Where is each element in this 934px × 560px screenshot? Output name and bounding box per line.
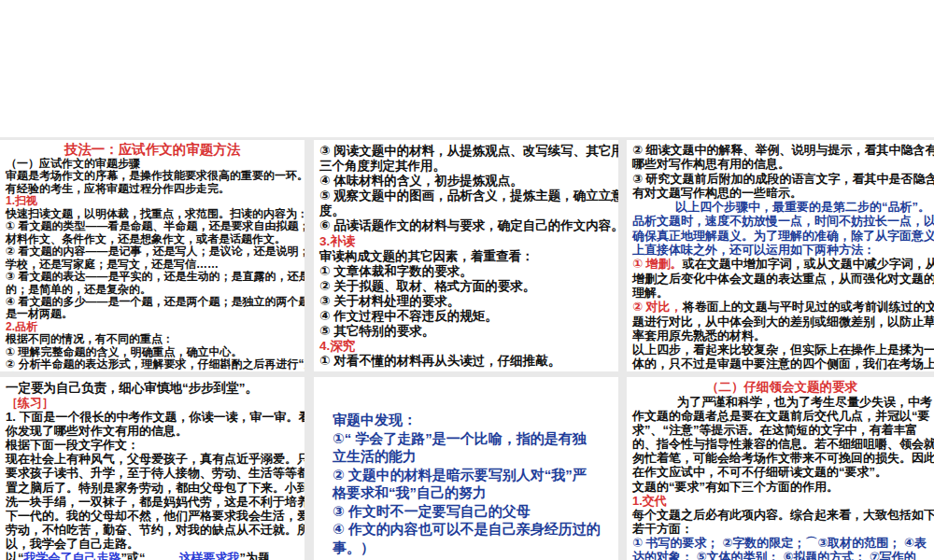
text-segment: 率套用原先熟悉的材料。 bbox=[632, 329, 766, 343]
text-line: ③ 作文时不一定要写自己的父母 bbox=[333, 502, 613, 521]
text-segment: ①“ 学会了走路”是一个比喻，指的是有独 bbox=[333, 430, 587, 446]
text-line: 2.品析 bbox=[6, 321, 299, 333]
text-segment: 确保真正地理解题义。为了理解的准确，除了从字面意义 bbox=[632, 229, 934, 243]
text-line: 率套用原先熟悉的材料。 bbox=[632, 329, 931, 343]
slide-card-row1-col1[interactable]: 技法一：应试作文的审题方法（一）应试作文的审题步骤审题是考场作文的序幕，是操作技… bbox=[0, 140, 304, 371]
text-segment: 下一代的。我的父母却不然，他们严格要求我会生活，爱 bbox=[6, 509, 304, 523]
text-line: 题进行对比，从中体会到大的差别或细微差别，以防止草 bbox=[632, 315, 931, 329]
text-segment: 要求孩子读书、升学，至于待人接物、劳动、生活等等都 bbox=[6, 466, 304, 480]
text-segment: 的、指令性与指导性兼容的信息。若不细细咀嚼、领会就 bbox=[632, 437, 934, 451]
text-segment: ① 书写的要求； ②字数的限定；⌒③取材的范围； ④表 bbox=[632, 536, 927, 550]
text-line: 你发现了哪些对作文有用的信息。 bbox=[6, 424, 299, 438]
slide-card-row1-col2[interactable]: ③ 阅读文题中的材料，从提炼观点、改写续写、其它用途三个角度判定其作用。④ 体味… bbox=[314, 140, 618, 371]
slide-card-row2-col2[interactable]: 审题中发现：①“ 学会了走路”是一个比喻，指的是有独立生活的能力② 文题中的材料… bbox=[314, 377, 618, 560]
text-line: ① 看文题的类型——看是命题、半命题，还是要求自由拟题；看是 bbox=[6, 220, 299, 232]
text-line: ② 对比，将卷面上的文题与平时见过的或考前训练过的文 bbox=[632, 300, 931, 314]
text-line: 若干方面： bbox=[632, 522, 931, 536]
text-line: 三个角度判定其作用。 bbox=[319, 159, 613, 174]
text-line: 的、指令性与指导性兼容的信息。若不细细咀嚼、领会就 bbox=[632, 437, 931, 451]
text-segment: 匆忙着笔，可能会给考场作文带来不可挽回的损失。因此， bbox=[632, 451, 934, 465]
text-line: 每个文题之后必有此项内容。综合起来看，大致包括如下 bbox=[632, 508, 931, 522]
text-segment: ① 增删。 bbox=[632, 257, 683, 271]
slide-card-row2-col3[interactable]: （二）仔细领会文题的要求为了严谨和科学，也为了考生尽量少失误，中考作文题的命题者… bbox=[627, 377, 934, 560]
text-segment: ③ 研究文题前后附加的成段的语言文字，看其中是否隐含 bbox=[632, 172, 934, 186]
text-segment: 达的对象； ⑤文体的类别； ⑥拟题的方式； ⑦写作的 bbox=[632, 550, 916, 560]
text-segment: 填空。” bbox=[6, 371, 45, 371]
text-line: ② 分析半命题的表达形式，理解要求，仔细斟酌之后再进行“完形 bbox=[6, 358, 299, 371]
text-line: 一定要为自己负责，细心审慎地“步步到堂”。 bbox=[6, 380, 299, 396]
text-line: 度。 bbox=[319, 203, 613, 218]
text-line: 求”、“注意”等提示语。在这简短的文字中，有着丰富 bbox=[632, 423, 931, 437]
text-segment: 审题中发现： bbox=[333, 412, 417, 427]
text-line: 1.交代 bbox=[632, 494, 931, 508]
slide-card-row2-col1[interactable]: 一定要为自己负责，细心审慎地“步步到堂”。［练习］1. 下面是一个很长的中考作文… bbox=[0, 377, 304, 560]
text-line: 理解。 bbox=[632, 286, 931, 300]
text-segment: ⑤ 其它特别的要求。 bbox=[319, 324, 434, 338]
text-line: 作文题的命题者总是要在文题前后交代几点，并冠以“要 bbox=[632, 409, 931, 423]
essay-title-link[interactable]: 这样要求我 bbox=[179, 551, 240, 560]
text-segment: 以“ bbox=[6, 551, 24, 560]
text-segment: 洗一块手绢，一双袜子，都是妈妈代劳，这是不利于培养 bbox=[6, 495, 304, 509]
essay-title-link[interactable]: 我学会了自己走路 bbox=[24, 551, 121, 560]
text-segment: （二）仔细领会文题的要求 bbox=[706, 380, 857, 394]
text-segment: 审题是考场作文的序幕，是操作技能要求很高的重要的一环。 bbox=[6, 169, 304, 182]
text-segment: ④ 体味材料的含义，初步提炼观点。 bbox=[319, 174, 523, 188]
text-line: 审题中发现： bbox=[333, 411, 613, 429]
text-line: ①“ 学会了走路”是一个比喻，指的是有独 bbox=[333, 429, 613, 448]
text-line: 审读构成文题的其它因素，着重查看： bbox=[319, 249, 613, 264]
text-line: ② 细读文题中的解释、举例、说明与提示，看其中隐含有 bbox=[632, 143, 931, 157]
text-segment: 三个角度判定其作用。 bbox=[319, 159, 446, 173]
text-line: 现在社会上有种风气，父母爱孩子，真有点近乎溺爱。只 bbox=[6, 452, 299, 466]
text-line: 下一代的。我的父母却不然，他们严格要求我会生活，爱 bbox=[6, 509, 299, 523]
text-segment: 学校，还是写家庭；是写文，还是写信…… bbox=[6, 258, 219, 271]
text-segment: 以上四个步骤中，最重要的是第二步的“品析”。 bbox=[675, 200, 930, 214]
text-segment: 现在社会上有种风气，父母爱孩子，真有点近乎溺爱。只 bbox=[6, 452, 304, 466]
text-line: ［练习］ bbox=[6, 396, 299, 410]
text-line: ③ 关于材料处理的要求。 bbox=[319, 294, 613, 309]
text-line: ④ 体味材料的含义，初步提炼观点。 bbox=[319, 174, 613, 189]
text-segment: 快速扫读文题，以明体裁，找重点，求范围。扫读的内容为： bbox=[6, 207, 304, 220]
text-line: 为了严谨和科学，也为了考生尽量少失误，中考 bbox=[632, 395, 931, 409]
text-segment: ① 对看不懂的材料再从头读过，仔细推敲。 bbox=[319, 354, 560, 368]
text-segment: ② 关于拟题、取材、格式方面的要求。 bbox=[319, 279, 535, 293]
text-line: 要求孩子读书、升学，至于待人接物、劳动、生活等等都 bbox=[6, 466, 299, 480]
text-segment: 审读构成文题的其它因素，着重查看： bbox=[319, 249, 534, 263]
text-line: 置之脑后了。特别是家务劳动，都由父母包了下来。小到 bbox=[6, 481, 299, 495]
text-segment: ① 文章体裁和字数的要求。 bbox=[319, 264, 473, 278]
text-line: ④ 作文的内容也可以不是自己亲身经历过的 bbox=[333, 520, 613, 539]
text-line: 的；是简单的，还是复杂的。 bbox=[6, 284, 299, 296]
text-line: ① 对看不懂的材料再从头读过，仔细推敲。 bbox=[319, 354, 613, 369]
text-segment: ”为题 bbox=[240, 551, 271, 560]
text-line: 格要求和“我”自己的努力 bbox=[333, 483, 613, 502]
text-segment: 立生活的能力 bbox=[333, 448, 417, 464]
text-segment: 在作文应试中，不可不仔细研读文题的“要求”。 bbox=[632, 465, 887, 479]
text-line: ③ 阅读文题中的材料，从提炼观点、改写续写、其它用途 bbox=[319, 144, 613, 159]
text-segment: ③ 作文时不一定要写自己的父母 bbox=[333, 503, 531, 519]
slide-card-row1-col3[interactable]: ② 细读文题中的解释、举例、说明与提示，看其中隐含有哪些对写作构思有用的信息。③… bbox=[627, 140, 934, 371]
text-segment: ④ 作文的内容也可以不是自己亲身经历过的 bbox=[333, 521, 601, 537]
text-segment: ② 看文题的内容——是记事，还是写人；是议论，还是说明；是写 bbox=[6, 245, 304, 258]
text-line: 劳动，不怕吃苦，勤奋、节约，对我的缺点从不迁就。所 bbox=[6, 523, 299, 537]
text-segment: 1.扫视 bbox=[6, 194, 37, 207]
text-line: 4.深究 bbox=[319, 339, 613, 354]
text-segment: ③ 关于材料处理的要求。 bbox=[319, 294, 460, 308]
text-segment: 的；是简单的，还是复杂的。 bbox=[6, 283, 151, 296]
text-line: ② 关于拟题、取材、格式方面的要求。 bbox=[319, 279, 613, 294]
text-line: 达的对象； ⑤文体的类别； ⑥拟题的方式； ⑦写作的 bbox=[632, 550, 931, 560]
text-line: 快速扫读文题，以明体裁，找重点，求范围。扫读的内容为： bbox=[6, 208, 299, 220]
text-line: ① 书写的要求； ②字数的限定；⌒③取材的范围； ④表 bbox=[632, 536, 931, 550]
text-line: （二）仔细领会文题的要求 bbox=[632, 379, 931, 395]
text-segment: 上直接体味之外，还可以运用如下两种方法： bbox=[632, 243, 875, 257]
text-segment: 根据不同的情况，有不同的重点： bbox=[6, 332, 174, 345]
text-line: 根据下面一段文字作文： bbox=[6, 438, 299, 452]
text-line: ③ 看文题的表达——是平实的，还是生动的；是直露的，还是含蓄 bbox=[6, 271, 299, 283]
text-segment: ”或“ bbox=[121, 551, 146, 560]
text-line: ③ 研究文题前后附加的成段的语言文字，看其中是否隐含 bbox=[632, 172, 931, 186]
text-line: 增删之后变化中体会文题的表达重点，从而强化对文题的 bbox=[632, 272, 931, 286]
text-line: 1.扫视 bbox=[6, 195, 299, 207]
text-line: 品析文题时，速度不妨放慢一点，时间不妨拉长一点，以 bbox=[632, 214, 931, 228]
text-line: 立生活的能力 bbox=[333, 447, 613, 466]
text-segment: 为了严谨和科学，也为了考生尽量少失误，中考 bbox=[677, 395, 932, 409]
text-segment: 1.交代 bbox=[632, 494, 667, 508]
text-segment: 1. 下面是一个很长的中考作文题，你读一读，审一审。看 bbox=[6, 410, 304, 424]
